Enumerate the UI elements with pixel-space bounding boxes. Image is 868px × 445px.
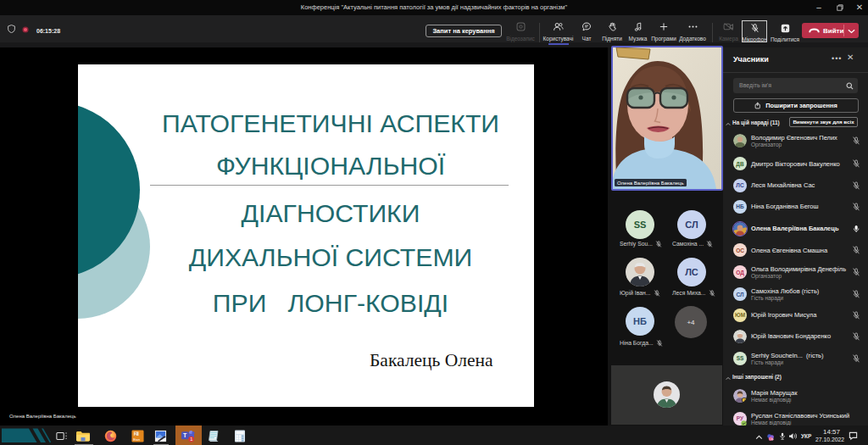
svg-text:Еол: Еол — [133, 437, 140, 442]
svg-text:2: 2 — [135, 432, 137, 437]
svg-text:T: T — [183, 432, 187, 438]
svg-text:1: 1 — [190, 437, 192, 442]
